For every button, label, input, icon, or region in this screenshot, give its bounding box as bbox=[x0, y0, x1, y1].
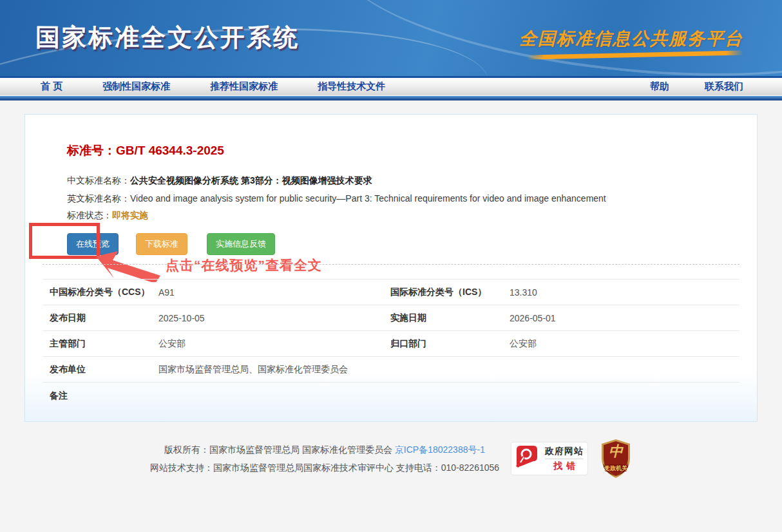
row-label: 备注 bbox=[43, 390, 158, 402]
page-footer: 版权所有：国家市场监督管理总局 国家标准化管理委员会 京ICP备18022388… bbox=[0, 439, 782, 479]
platform-logo-text: 全国标准信息公共服务平台 bbox=[519, 27, 743, 50]
nav-item-guiding-documents[interactable]: 指导性技术文件 bbox=[318, 81, 385, 93]
online-preview-button[interactable]: 在线预览 bbox=[67, 233, 119, 255]
row-value: 2026-05-01 bbox=[510, 313, 739, 323]
footer-support-line: 网站技术支持：国家市场监督管理总局国家标准技术审评中心 支持电话：010-822… bbox=[150, 459, 499, 477]
row-label: 归口部门 bbox=[390, 338, 510, 350]
platform-logo: 全国标准信息公共服务平台 bbox=[519, 27, 743, 57]
row-value: 13.310 bbox=[510, 287, 739, 298]
footer-text: 版权所有：国家市场监督管理总局 国家标准化管理委员会 京ICP备18022388… bbox=[150, 441, 499, 477]
en-name-line: 英文标准名称：Video and image analysis system f… bbox=[67, 193, 606, 205]
action-buttons: 在线预览 下载标准 实施信息反馈 bbox=[67, 233, 275, 255]
implementation-feedback-button[interactable]: 实施信息反馈 bbox=[207, 233, 275, 255]
standard-number-label: 标准号： bbox=[67, 144, 116, 157]
status-line: 标准状态：即将实施 bbox=[67, 210, 148, 222]
shield-badge-label: 党政机关 bbox=[604, 465, 628, 471]
status-label: 标准状态： bbox=[67, 210, 112, 220]
row-label: 实施日期 bbox=[390, 312, 510, 324]
badge-find-error-label: 找错 bbox=[549, 461, 579, 472]
row-value: A91 bbox=[158, 287, 390, 298]
site-header: 国家标准全文公开系统 全国标准信息公共服务平台 bbox=[0, 0, 782, 76]
standard-number-value: GB/T 46344.3-2025 bbox=[116, 144, 224, 157]
en-name-value: Video and image analysis system for publ… bbox=[130, 193, 606, 204]
nav-item-contact[interactable]: 联系我们 bbox=[705, 81, 743, 93]
row-label: 主管部门 bbox=[43, 338, 158, 350]
row-label: 国际标准分类号（ICS） bbox=[390, 287, 510, 298]
table-row: 发布单位 国家市场监督管理总局、国家标准化管理委员会 bbox=[43, 356, 739, 382]
nav-item-recommended-standards[interactable]: 推荐性国家标准 bbox=[210, 81, 278, 93]
annotation-arrow-icon bbox=[95, 251, 162, 282]
row-label: 发布日期 bbox=[43, 312, 158, 324]
row-value: 公安部 bbox=[158, 338, 390, 350]
main-nav: 首 页 强制性国家标准 推荐性国家标准 指导性技术文件 帮助 联系我们 bbox=[0, 76, 782, 95]
table-row: 发布日期 2025-10-05 实施日期 2026-05-01 bbox=[43, 305, 739, 330]
badge-gov-site-label: 政府网站 bbox=[545, 446, 584, 457]
standard-detail-card: 标准号：GB/T 46344.3-2025 中文标准名称：公共安全视频图像分析系… bbox=[24, 114, 758, 422]
cn-name-line: 中文标准名称：公共安全视频图像分析系统 第3部分：视频图像增强技术要求 bbox=[67, 175, 372, 187]
nav-item-home[interactable]: 首 页 bbox=[41, 81, 62, 93]
cn-name-value: 公共安全视频图像分析系统 第3部分：视频图像增强技术要求 bbox=[130, 175, 372, 185]
standard-number-line: 标准号：GB/T 46344.3-2025 bbox=[67, 142, 224, 159]
table-row: 中国标准分类号（CCS） A91 国际标准分类号（ICS） 13.310 bbox=[43, 279, 739, 305]
row-label: 中国标准分类号（CCS） bbox=[43, 287, 158, 298]
status-value: 即将实施 bbox=[112, 210, 148, 220]
table-row: 主管部门 公安部 归口部门 公安部 bbox=[43, 330, 739, 356]
table-row: 备注 bbox=[43, 382, 739, 415]
annotation-text: 点击“在线预览”查看全文 bbox=[166, 256, 322, 274]
row-value: 公安部 bbox=[510, 338, 739, 350]
shield-emblem-glyph: 中 bbox=[609, 442, 624, 459]
nav-bottom-strip bbox=[0, 95, 782, 100]
cn-name-label: 中文标准名称： bbox=[67, 175, 130, 185]
footer-copyright: 版权所有：国家市场监督管理总局 国家标准化管理委员会 bbox=[164, 444, 392, 455]
party-gov-org-shield-badge[interactable]: 中 党政机关 bbox=[600, 439, 632, 479]
download-standard-button[interactable]: 下载标准 bbox=[136, 233, 187, 255]
en-name-label: 英文标准名称： bbox=[67, 193, 130, 204]
nav-item-help[interactable]: 帮助 bbox=[650, 81, 669, 93]
nav-item-mandatory-standards[interactable]: 强制性国家标准 bbox=[102, 81, 170, 93]
icp-license-link[interactable]: 京ICP备18022388号-1 bbox=[395, 444, 485, 455]
standard-detail-table: 中国标准分类号（CCS） A91 国际标准分类号（ICS） 13.310 发布日… bbox=[43, 279, 739, 415]
dashed-divider bbox=[43, 264, 739, 265]
badge-divider bbox=[545, 459, 584, 459]
error-report-magnifier-icon bbox=[515, 444, 541, 473]
site-title: 国家标准全文公开系统 bbox=[35, 21, 300, 54]
gov-site-error-report-badge[interactable]: 政府网站 找错 bbox=[511, 442, 588, 475]
row-label: 发布单位 bbox=[43, 364, 158, 375]
footer-copyright-line: 版权所有：国家市场监督管理总局 国家标准化管理委员会 京ICP备18022388… bbox=[150, 441, 499, 459]
row-value: 国家市场监督管理总局、国家标准化管理委员会 bbox=[158, 364, 739, 375]
row-value: 2025-10-05 bbox=[158, 313, 390, 323]
error-report-badge-text: 政府网站 找错 bbox=[545, 446, 584, 472]
